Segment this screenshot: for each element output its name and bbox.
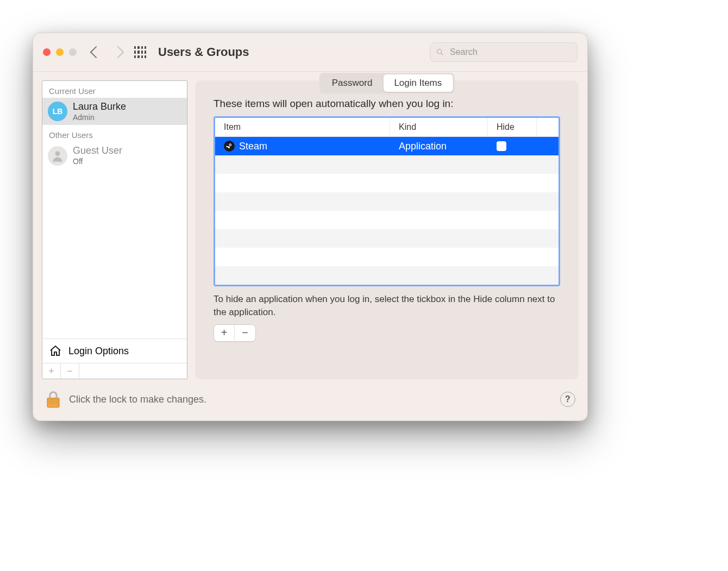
user-name: Guest User xyxy=(73,145,122,157)
close-window-button[interactable] xyxy=(43,48,51,56)
minimize-window-button[interactable] xyxy=(56,48,64,56)
user-name: Laura Burke xyxy=(73,101,126,113)
sidebar-user-current[interactable]: LB Laura Burke Admin xyxy=(42,98,187,125)
preferences-window: Users & Groups Current User LB Laura Bur… xyxy=(33,33,588,421)
search-icon xyxy=(436,48,444,57)
table-header: Item Kind Hide xyxy=(215,118,558,137)
table-body: Steam Application xyxy=(215,137,558,285)
toolbar: Users & Groups xyxy=(33,33,587,72)
show-all-icon[interactable] xyxy=(134,46,146,58)
tab-login-items[interactable]: Login Items xyxy=(383,74,453,92)
remove-login-item-button[interactable]: − xyxy=(235,325,255,341)
svg-line-1 xyxy=(441,53,443,55)
tab-password[interactable]: Password xyxy=(321,74,384,92)
window-controls xyxy=(43,48,77,56)
search-input[interactable] xyxy=(449,47,572,58)
forward-button[interactable] xyxy=(112,46,124,59)
login-items-hint: To hide an application when you log in, … xyxy=(214,293,560,319)
house-icon xyxy=(49,344,62,357)
user-role: Off xyxy=(73,157,122,166)
hide-checkbox[interactable] xyxy=(497,141,506,151)
users-sidebar: Current User LB Laura Burke Admin Other … xyxy=(42,80,187,379)
footer: Click the lock to make changes. ? xyxy=(33,382,587,421)
svg-point-4 xyxy=(230,145,231,146)
main-panel: Password Login Items These items will op… xyxy=(195,80,579,379)
col-item[interactable]: Item xyxy=(215,118,390,136)
avatar: LB xyxy=(48,102,67,121)
login-items-add-remove: + − xyxy=(214,324,256,342)
page-title: Users & Groups xyxy=(158,45,249,59)
help-button[interactable]: ? xyxy=(560,392,575,407)
svg-point-2 xyxy=(55,151,60,156)
table-row[interactable]: Steam Application xyxy=(215,137,558,155)
sidebar-remove-user-button[interactable]: − xyxy=(61,363,79,379)
col-hide[interactable]: Hide xyxy=(488,118,537,136)
zoom-window-button[interactable] xyxy=(69,48,77,56)
login-options-button[interactable]: Login Options xyxy=(42,338,187,363)
login-options-label: Login Options xyxy=(68,346,129,357)
col-kind[interactable]: Kind xyxy=(390,118,488,136)
search-field[interactable] xyxy=(430,42,578,62)
tab-bar: Password Login Items xyxy=(319,73,455,93)
current-user-label: Current User xyxy=(42,81,187,98)
add-login-item-button[interactable]: + xyxy=(214,325,235,341)
steam-icon xyxy=(224,141,235,152)
user-role: Admin xyxy=(73,113,126,122)
login-items-heading: These items will open automatically when… xyxy=(214,98,560,110)
nav-buttons xyxy=(92,48,122,57)
login-items-table[interactable]: Item Kind Hide Steam xyxy=(214,116,560,286)
svg-point-0 xyxy=(437,49,442,54)
col-spacer xyxy=(537,118,558,136)
sidebar-user-guest[interactable]: Guest User Off xyxy=(42,142,187,169)
back-button[interactable] xyxy=(90,46,103,59)
sidebar-add-user-button[interactable]: + xyxy=(42,363,61,379)
lock-icon[interactable] xyxy=(45,390,61,409)
item-kind: Application xyxy=(390,141,488,152)
item-name: Steam xyxy=(239,141,267,152)
lock-hint: Click the lock to make changes. xyxy=(69,394,206,405)
other-users-label: Other Users xyxy=(42,125,187,142)
svg-rect-5 xyxy=(47,398,59,407)
guest-avatar-icon xyxy=(48,146,67,166)
sidebar-add-remove: + − xyxy=(42,363,187,379)
